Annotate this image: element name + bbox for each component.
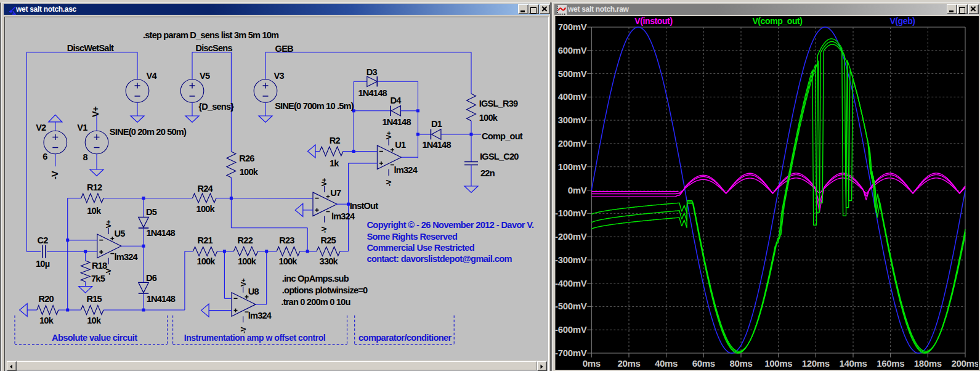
svg-text:-100mV: -100mV (555, 208, 587, 218)
svg-text:-V: -V (320, 226, 328, 233)
svg-text:-V: -V (50, 171, 60, 179)
svg-text:140ms: 140ms (840, 358, 867, 369)
svg-text:300mV: 300mV (558, 115, 587, 125)
svg-text:Absolute value circuit: Absolute value circuit (52, 333, 137, 343)
svg-text:V3: V3 (274, 71, 285, 81)
svg-text:100k: 100k (196, 256, 216, 266)
svg-text:D1: D1 (431, 119, 442, 129)
svg-text:R23: R23 (279, 235, 294, 245)
svg-text:1N4148: 1N4148 (147, 294, 176, 304)
svg-text:V(geb): V(geb) (889, 16, 915, 26)
svg-text:8: 8 (83, 152, 88, 162)
svg-text:lm324: lm324 (394, 165, 418, 175)
svg-text:V+: V+ (105, 219, 112, 228)
svg-text:U1: U1 (395, 140, 406, 150)
svg-text:1N4148: 1N4148 (382, 117, 411, 127)
svg-text:200mV: 200mV (558, 138, 587, 149)
svg-text:C2: C2 (38, 235, 49, 245)
svg-text:lm324: lm324 (115, 252, 139, 262)
svg-text:100k: 100k (479, 113, 498, 123)
svg-text:D6: D6 (146, 273, 157, 283)
svg-text:330k: 330k (320, 256, 339, 266)
svg-text:100k: 100k (240, 167, 259, 177)
svg-text:R25: R25 (320, 235, 336, 245)
svg-text:lm324: lm324 (248, 311, 272, 320)
svg-text:10k: 10k (87, 206, 102, 216)
svg-text:DiscWetSalt: DiscWetSalt (67, 43, 114, 53)
svg-text:-600mV: -600mV (555, 324, 587, 335)
svg-text:lm324: lm324 (331, 211, 355, 221)
svg-text:6: 6 (43, 152, 47, 161)
svg-text:700mV: 700mV (558, 22, 587, 32)
svg-text:Instrumentation amp w offset c: Instrumentation amp w offset control (184, 333, 326, 343)
svg-text:SINE(0 700m 10 .5m): SINE(0 700m 10 .5m) (275, 101, 354, 111)
svg-text:V(comp_out): V(comp_out) (752, 16, 802, 26)
svg-text:.inc OpAmps.sub: .inc OpAmps.sub (282, 274, 349, 283)
svg-text:22n: 22n (480, 168, 495, 178)
svg-text:10k: 10k (39, 316, 54, 325)
svg-text:R24: R24 (197, 184, 213, 194)
svg-text:R15: R15 (87, 294, 102, 304)
svg-text:.tran 0 200m 0 10u: .tran 0 200m 0 10u (281, 297, 350, 307)
svg-text:120ms: 120ms (802, 358, 830, 369)
svg-text:V5: V5 (200, 71, 210, 81)
svg-text:V+: V+ (320, 177, 328, 186)
svg-text:1N4148: 1N4148 (422, 140, 451, 150)
svg-text:R2: R2 (330, 136, 341, 145)
svg-text:200ms: 200ms (952, 358, 978, 369)
svg-text:V2: V2 (36, 123, 46, 132)
svg-text:1k: 1k (330, 158, 339, 168)
svg-text:400mV: 400mV (558, 91, 587, 102)
svg-text:V1: V1 (77, 123, 87, 132)
svg-text:D3: D3 (366, 67, 378, 77)
svg-text:100mV: 100mV (558, 161, 587, 172)
svg-text:R18: R18 (92, 261, 107, 271)
svg-text:-700mV: -700mV (555, 348, 587, 358)
svg-text:Copyright © - 26 November 2012: Copyright © - 26 November 2012 - Davor V… (366, 220, 534, 230)
svg-text:100ms: 100ms (764, 358, 792, 369)
svg-text:DiscSens: DiscSens (195, 43, 232, 53)
svg-text:0ms: 0ms (583, 358, 601, 369)
svg-text:R26: R26 (239, 153, 254, 163)
svg-text:-300mV: -300mV (555, 255, 587, 265)
svg-text:R20: R20 (38, 294, 54, 304)
svg-text:R21: R21 (197, 235, 213, 245)
svg-text:1N4148: 1N4148 (147, 228, 176, 238)
svg-text:40ms: 40ms (655, 358, 678, 369)
svg-text:-V: -V (385, 179, 392, 186)
svg-text:contact: davorslistdepot@gmail: contact: davorslistdepot@gmail.com (366, 254, 512, 264)
svg-text:100k: 100k (278, 256, 298, 266)
svg-text:Commercial Use Restricted: Commercial Use Restricted (366, 243, 474, 253)
svg-text:V+: V+ (91, 107, 100, 117)
svg-text:80ms: 80ms (730, 358, 753, 369)
svg-text:.options plotwinsize=0: .options plotwinsize=0 (282, 285, 368, 295)
svg-text:Some Rights Reserved: Some Rights Reserved (366, 232, 457, 242)
svg-text:D5: D5 (146, 207, 157, 217)
svg-text:600mV: 600mV (558, 45, 587, 55)
svg-text:{D_sens}: {D_sens} (198, 102, 234, 112)
svg-text:comparator/conditioner: comparator/conditioner (358, 333, 452, 343)
svg-text:20ms: 20ms (618, 358, 641, 369)
svg-text:InstOut: InstOut (350, 201, 378, 211)
svg-text:60ms: 60ms (692, 358, 715, 369)
svg-text:SINE(0 20m 20 50m): SINE(0 20m 20 50m) (110, 127, 187, 137)
svg-text:500mV: 500mV (558, 68, 587, 79)
svg-text:V(instout): V(instout) (634, 16, 672, 26)
svg-text:Comp_out: Comp_out (482, 131, 523, 141)
svg-text:R22: R22 (238, 235, 253, 245)
svg-text:U8: U8 (248, 287, 259, 296)
svg-text:0mV: 0mV (568, 185, 587, 195)
svg-text:100k: 100k (196, 204, 216, 214)
svg-text:IGSL_C20: IGSL_C20 (480, 152, 519, 161)
svg-text:100k: 100k (238, 256, 257, 266)
svg-text:R12: R12 (87, 182, 102, 192)
svg-text:1N4148: 1N4148 (358, 88, 387, 98)
svg-text:180ms: 180ms (914, 358, 942, 369)
svg-text:U5: U5 (115, 229, 126, 238)
svg-text:D4: D4 (391, 96, 402, 105)
svg-text:-500mV: -500mV (555, 301, 587, 311)
svg-text:V+: V+ (240, 278, 247, 287)
svg-text:-200mV: -200mV (555, 231, 587, 242)
svg-text:V+: V+ (385, 131, 392, 139)
svg-text:10k: 10k (87, 316, 102, 325)
